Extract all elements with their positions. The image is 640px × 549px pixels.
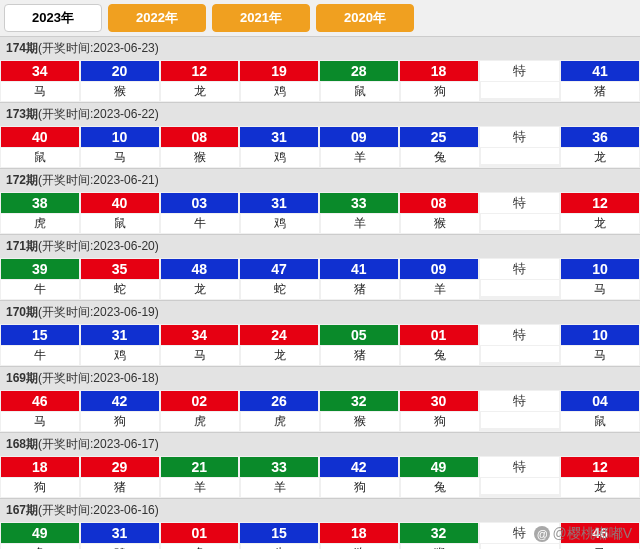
- ball-zodiac: 兔: [401, 148, 479, 167]
- ball-zodiac: 猴: [401, 214, 479, 233]
- ball-zodiac: 鼠: [321, 82, 399, 101]
- ball-zodiac: 虎: [241, 412, 319, 431]
- ball-number: 21: [161, 457, 239, 477]
- ball-number: 15: [1, 325, 79, 345]
- ball-number: 33: [320, 193, 398, 213]
- ball-number: 46: [1, 391, 79, 411]
- special-zodiac: 鼠: [561, 412, 639, 431]
- ball-zodiac: 牛: [1, 280, 79, 299]
- ball-zodiac: 狗: [81, 412, 159, 431]
- ball-number: 08: [400, 193, 478, 213]
- ball-number: 31: [81, 523, 159, 543]
- ball-number: 05: [320, 325, 398, 345]
- ball-zodiac: 羊: [321, 214, 399, 233]
- ball-number: 02: [161, 391, 239, 411]
- ball-zodiac: 鸡: [81, 346, 159, 365]
- special-label: 特: [480, 391, 560, 411]
- special-zodiac: 龙: [561, 148, 639, 167]
- tab-2022年[interactable]: 2022年: [108, 4, 206, 32]
- watermark: @@樱桃嘟嘟V: [534, 525, 632, 543]
- ball-zodiac: 蛇: [81, 280, 159, 299]
- ball-zodiac: 猴: [161, 148, 239, 167]
- ball-zodiac: 鼠: [81, 214, 159, 233]
- ball-number: 12: [161, 61, 239, 81]
- ball-zodiac: 马: [1, 412, 79, 431]
- special-label: 特: [480, 259, 560, 279]
- special-zodiac: 马: [561, 346, 639, 365]
- ball-zodiac: 猪: [321, 346, 399, 365]
- ball-zodiac: 龙: [161, 82, 239, 101]
- special-zodiac: 龙: [561, 478, 639, 497]
- special-zodiac: 马: [561, 280, 639, 299]
- ball-number: 42: [320, 457, 398, 477]
- special-zodiac: 马: [561, 544, 639, 549]
- ball-number: 49: [400, 457, 478, 477]
- ball-zodiac: 羊: [161, 478, 239, 497]
- tab-2020年[interactable]: 2020年: [316, 4, 414, 32]
- draw-header: 172期(开奖时间:2023-06-21): [0, 168, 640, 192]
- ball-zodiac: 猴: [401, 544, 479, 549]
- ball-number: 40: [81, 193, 159, 213]
- ball-zodiac: 兔: [1, 544, 79, 549]
- draw-list: 174期(开奖时间:2023-06-23)342012192818特41马猴龙鸡…: [0, 36, 640, 549]
- special-zodiac: 猪: [561, 82, 639, 101]
- ball-zodiac: 兔: [401, 478, 479, 497]
- ball-zodiac: 龙: [241, 346, 319, 365]
- ball-number: 26: [240, 391, 318, 411]
- ball-number: 40: [1, 127, 79, 147]
- ball-number: 09: [400, 259, 478, 279]
- ball-zodiac: 狗: [401, 82, 479, 101]
- ball-number: 39: [1, 259, 79, 279]
- ball-number: 20: [81, 61, 159, 81]
- ball-number: 29: [81, 457, 159, 477]
- special-zodiac: 龙: [561, 214, 639, 233]
- ball-number: 03: [161, 193, 239, 213]
- ball-zodiac: 虎: [161, 412, 239, 431]
- ball-number: 24: [240, 325, 318, 345]
- ball-number: 08: [161, 127, 239, 147]
- ball-number: 25: [400, 127, 478, 147]
- ball-number: 09: [320, 127, 398, 147]
- ball-zodiac: 马: [161, 346, 239, 365]
- ball-zodiac: 狗: [321, 544, 399, 549]
- ball-number: 19: [240, 61, 318, 81]
- special-number: 36: [561, 127, 639, 147]
- ball-number: 10: [81, 127, 159, 147]
- special-label: 特: [480, 457, 560, 477]
- ball-zodiac: 猪: [81, 478, 159, 497]
- ball-number: 18: [400, 61, 478, 81]
- draw-header: 168期(开奖时间:2023-06-17): [0, 432, 640, 456]
- draw-header: 167期(开奖时间:2023-06-16): [0, 498, 640, 522]
- ball-zodiac: 牛: [161, 214, 239, 233]
- ball-zodiac: 狗: [401, 412, 479, 431]
- ball-zodiac: 马: [1, 82, 79, 101]
- ball-number: 34: [1, 61, 79, 81]
- year-tabs: 2023年2022年2021年2020年: [0, 0, 640, 36]
- special-label: 特: [480, 325, 560, 345]
- ball-zodiac: 鸡: [81, 544, 159, 549]
- ball-number: 31: [240, 193, 318, 213]
- ball-number: 15: [240, 523, 318, 543]
- ball-zodiac: 牛: [1, 346, 79, 365]
- ball-number: 28: [320, 61, 398, 81]
- ball-zodiac: 牛: [241, 544, 319, 549]
- ball-zodiac: 狗: [321, 478, 399, 497]
- ball-zodiac: 鸡: [241, 82, 319, 101]
- ball-number: 38: [1, 193, 79, 213]
- ball-zodiac: 兔: [401, 346, 479, 365]
- special-label: 特: [480, 127, 560, 147]
- tab-2021年[interactable]: 2021年: [212, 4, 310, 32]
- ball-number: 48: [161, 259, 239, 279]
- ball-zodiac: 猴: [321, 412, 399, 431]
- ball-number: 01: [161, 523, 239, 543]
- ball-zodiac: 鸡: [241, 148, 319, 167]
- draw-header: 171期(开奖时间:2023-06-20): [0, 234, 640, 258]
- draw-header: 170期(开奖时间:2023-06-19): [0, 300, 640, 324]
- tab-2023年[interactable]: 2023年: [4, 4, 102, 32]
- ball-zodiac: 羊: [321, 148, 399, 167]
- ball-number: 30: [400, 391, 478, 411]
- ball-zodiac: 龙: [161, 280, 239, 299]
- ball-number: 35: [81, 259, 159, 279]
- ball-zodiac: 猴: [81, 82, 159, 101]
- ball-number: 31: [81, 325, 159, 345]
